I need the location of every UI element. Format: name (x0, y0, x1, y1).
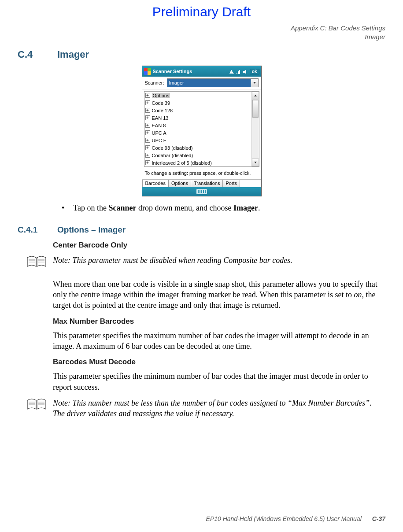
scanner-dropdown-value: Imager (167, 79, 251, 87)
note-text: Note: This parameter must be disabled wh… (53, 255, 292, 266)
page: Preliminary Draft Appendix C: Bar Codes … (0, 0, 403, 532)
list-item[interactable]: +EAN 8 (144, 122, 251, 129)
note-block: Note: This parameter must be disabled wh… (26, 255, 385, 270)
hint-text: To change a setting: press space, or dou… (142, 169, 261, 179)
page-number: C-37 (372, 515, 385, 522)
footer: EP10 Hand-Held (Windows Embedded 6.5) Us… (18, 515, 385, 522)
scroll-thumb[interactable] (252, 100, 259, 118)
scrollbar[interactable] (251, 92, 259, 166)
scroll-up-icon[interactable] (252, 92, 259, 100)
svg-rect-1 (238, 71, 239, 74)
keyboard-icon[interactable] (196, 189, 207, 194)
subheading-must-decode: Barcodes Must Decode (53, 358, 385, 366)
heading-c4-number: C.4 (18, 49, 57, 60)
tab-barcodes[interactable]: Barcodes (142, 180, 169, 187)
scanner-row: Scanner: Imager (142, 77, 261, 89)
window-titlebar: Scanner Settings ok (142, 66, 261, 77)
expand-icon[interactable]: + (145, 160, 150, 165)
signal-icon[interactable] (236, 69, 241, 74)
tab-ports[interactable]: Ports (222, 180, 240, 187)
tab-row: Barcodes Options Translations Ports (142, 179, 261, 187)
list-item[interactable]: +Code 128 (144, 107, 251, 114)
list-item[interactable]: +UPC A (144, 129, 251, 137)
list-item[interactable]: +Codabar (disabled) (144, 151, 251, 159)
ok-button[interactable]: ok (250, 69, 259, 74)
subheading-center-barcode: Center Barcode Only (53, 241, 385, 250)
sip-bar (142, 187, 261, 196)
bullet-icon: • (62, 203, 64, 213)
list-item[interactable]: +UPC E (144, 137, 251, 144)
heading-c41-number: C.4.1 (18, 225, 57, 235)
expand-icon[interactable]: + (145, 153, 150, 158)
connectivity-icon[interactable] (229, 69, 235, 74)
list-item[interactable]: +Options (144, 92, 251, 99)
book-icon (26, 255, 48, 270)
scanner-label: Scanner: (145, 80, 164, 85)
section-line: Imager (18, 33, 385, 41)
running-header: Appendix C: Bar Codes Settings Imager (18, 24, 385, 41)
list-item[interactable]: +Code 93 (disabled) (144, 144, 251, 151)
expand-icon[interactable]: + (145, 130, 150, 135)
book-icon (26, 398, 48, 413)
barcode-list: +Options +Code 39 +Code 128 +EAN 13 +EAN… (144, 91, 259, 167)
screenshot-scanner-settings: Scanner Settings ok Scanner: Imager +Opt… (142, 66, 262, 196)
expand-icon[interactable]: + (145, 108, 150, 113)
instruction-text: Tap on the Scanner drop down menu, and c… (73, 203, 260, 213)
chevron-down-icon[interactable] (251, 79, 258, 87)
instruction-bullet: • Tap on the Scanner drop down menu, and… (62, 203, 385, 213)
appendix-line: Appendix C: Bar Codes Settings (18, 24, 385, 33)
paragraph-must-decode: This parameter specifies the minimum num… (53, 371, 385, 392)
expand-icon[interactable]: + (145, 93, 150, 98)
heading-c4: C.4Imager (18, 49, 385, 60)
expand-icon[interactable]: + (145, 138, 150, 143)
svg-rect-2 (239, 70, 240, 74)
paragraph-max-number: This parameter specifies the maximum num… (53, 330, 385, 352)
expand-icon[interactable]: + (145, 115, 150, 120)
titlebar-icons (229, 68, 248, 74)
draft-watermark: Preliminary Draft (18, 4, 385, 19)
volume-icon[interactable] (243, 69, 248, 74)
barcode-list-area: +Options +Code 39 +Code 128 +EAN 13 +EAN… (142, 89, 261, 169)
heading-c41-title: Options – Imager (57, 225, 126, 234)
expand-icon[interactable]: + (145, 123, 150, 128)
heading-c4-title: Imager (57, 49, 89, 60)
list-item[interactable]: +Code 39 (144, 99, 251, 107)
expand-icon[interactable]: + (145, 100, 150, 105)
paragraph-center-barcode: When more than one bar code is visible i… (53, 279, 385, 311)
heading-c41: C.4.1Options – Imager (18, 225, 385, 235)
expand-icon[interactable]: + (145, 145, 150, 150)
note-block: Note: This number must be less than the … (26, 398, 385, 419)
tab-translations[interactable]: Translations (191, 180, 223, 187)
scroll-track[interactable] (252, 118, 259, 159)
subheading-max-number: Max Number Barcodes (53, 317, 385, 326)
tab-options[interactable]: Options (168, 180, 191, 187)
scanner-dropdown[interactable]: Imager (167, 78, 259, 87)
window-title: Scanner Settings (153, 69, 192, 74)
svg-rect-0 (237, 73, 237, 74)
start-icon[interactable] (144, 68, 151, 75)
footer-text: EP10 Hand-Held (Windows Embedded 6.5) Us… (206, 515, 362, 522)
list-item[interactable]: +EAN 13 (144, 114, 251, 122)
scroll-down-icon[interactable] (252, 159, 259, 166)
note-text: Note: This number must be less than the … (53, 398, 385, 419)
list-item[interactable]: +Interleaved 2 of 5 (disabled) (144, 159, 251, 166)
